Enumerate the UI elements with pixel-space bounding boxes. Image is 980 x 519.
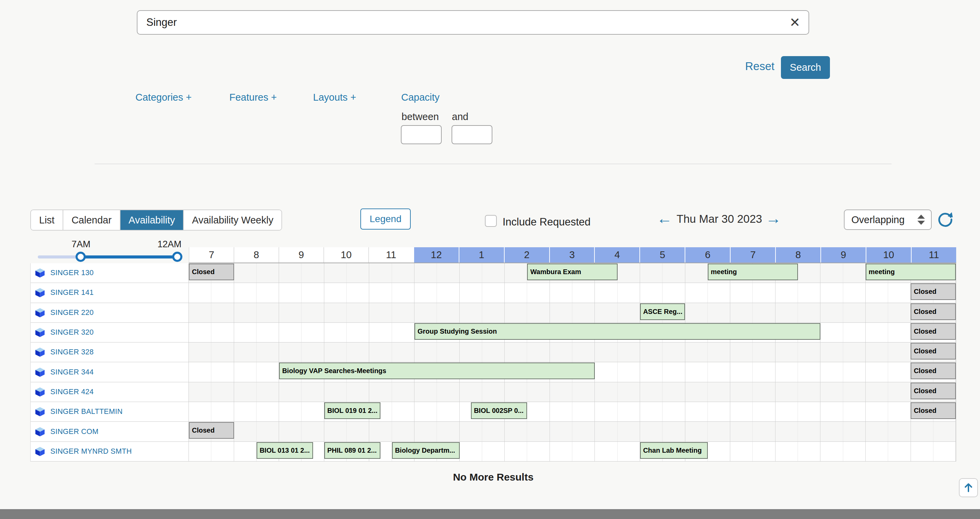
- time-cell: [595, 382, 617, 402]
- time-cell: [821, 382, 843, 402]
- room-name-link[interactable]: SINGER 141: [50, 289, 94, 297]
- time-cell: [617, 283, 640, 302]
- room-label-cell: SINGER 220: [30, 303, 189, 322]
- event-chip[interactable]: Chan Lab Meeting: [640, 442, 708, 459]
- room-name-link[interactable]: SINGER 220: [50, 308, 94, 317]
- event-chip[interactable]: Group Studying Session: [414, 323, 821, 340]
- time-cell: [460, 343, 482, 362]
- time-cell: [685, 382, 708, 402]
- time-cell: [527, 402, 550, 421]
- categories-filter-link[interactable]: Categories +: [135, 92, 192, 103]
- scroll-to-top-button[interactable]: [959, 478, 978, 497]
- availability-cells[interactable]: Closed: [189, 422, 956, 441]
- time-cell: [550, 442, 572, 461]
- room-name-link[interactable]: SINGER BALTTEMIN: [50, 408, 123, 416]
- time-cell: [527, 382, 550, 402]
- room-name-link[interactable]: SINGER 328: [50, 348, 94, 356]
- time-cell: [504, 283, 527, 302]
- event-chip[interactable]: ASCE Reg...: [640, 303, 685, 320]
- event-chip[interactable]: Biology VAP Searches-Meetings: [279, 363, 595, 379]
- search-bar: ✕: [137, 10, 809, 35]
- tab-availability-weekly[interactable]: Availability Weekly: [184, 210, 282, 230]
- time-cell: [888, 283, 911, 302]
- time-cell: [888, 362, 911, 382]
- time-cell: [527, 303, 550, 322]
- event-chip[interactable]: BIOL 019 01 2...: [324, 402, 381, 419]
- closed-chip: Closed: [911, 303, 956, 320]
- time-cell: [482, 283, 504, 302]
- availability-cells[interactable]: Closed: [189, 283, 956, 302]
- time-cell: [865, 303, 888, 322]
- time-cell: [437, 283, 460, 302]
- time-cell: [933, 442, 956, 461]
- tab-list[interactable]: List: [31, 210, 63, 230]
- time-cell: [392, 343, 414, 362]
- event-chip[interactable]: Wambura Exam: [527, 263, 617, 280]
- availability-cells[interactable]: ClosedWambura Exammeetingmeeting: [189, 263, 956, 283]
- room-label-cell: SINGER 344: [30, 362, 189, 382]
- event-chip[interactable]: meeting: [708, 263, 798, 280]
- clear-search-icon[interactable]: ✕: [787, 14, 803, 31]
- tab-calendar[interactable]: Calendar: [63, 210, 121, 230]
- room-name-link[interactable]: SINGER 130: [50, 269, 94, 277]
- search-input[interactable]: [137, 10, 809, 35]
- include-requested-checkbox[interactable]: [485, 215, 497, 227]
- time-cell: [550, 343, 572, 362]
- reset-link[interactable]: Reset: [732, 60, 775, 73]
- time-cell: [437, 422, 460, 441]
- search-button[interactable]: Search: [781, 56, 830, 79]
- time-cell: [640, 402, 662, 421]
- event-chip[interactable]: BIOL 002SP 0...: [471, 402, 527, 419]
- time-cell: [685, 303, 708, 322]
- event-chip[interactable]: meeting: [865, 263, 956, 280]
- time-cell: [775, 382, 798, 402]
- slider-end-handle[interactable]: [172, 252, 182, 262]
- time-cell: [708, 402, 730, 421]
- time-cell: [617, 442, 640, 461]
- time-cell: [798, 263, 821, 283]
- time-cell: [347, 382, 369, 402]
- availability-cells[interactable]: Group Studying SessionClosed: [189, 323, 956, 342]
- capacity-max-input[interactable]: [452, 125, 492, 144]
- time-cell: [775, 402, 798, 421]
- time-cell: [189, 382, 211, 402]
- legend-button[interactable]: Legend: [360, 208, 411, 230]
- hour-header-cell: 11: [911, 247, 956, 263]
- room-name-link[interactable]: SINGER MYNRD SMTH: [50, 447, 132, 456]
- time-cell: [211, 283, 234, 302]
- features-filter-link[interactable]: Features +: [229, 92, 277, 103]
- table-row: SINGER 424Closed: [30, 382, 956, 402]
- room-cube-icon: [35, 268, 45, 278]
- availability-cells[interactable]: Closed: [189, 382, 956, 402]
- tab-availability[interactable]: Availability: [121, 210, 184, 230]
- time-cell: [550, 283, 572, 302]
- previous-day-arrow-icon[interactable]: ←: [657, 208, 672, 229]
- availability-cells[interactable]: Biology VAP Searches-MeetingsClosed: [189, 362, 956, 382]
- availability-cells[interactable]: BIOL 013 01 2...PHIL 089 01 2...Biology …: [189, 442, 956, 461]
- time-cell: [730, 283, 753, 302]
- hour-header-cell: 12: [414, 247, 459, 263]
- time-cell: [821, 343, 843, 362]
- event-chip[interactable]: BIOL 013 01 2...: [256, 442, 313, 459]
- time-cell: [437, 402, 460, 421]
- room-name-link[interactable]: SINGER 320: [50, 328, 94, 337]
- time-cell: [662, 362, 685, 382]
- event-chip[interactable]: PHIL 089 01 2...: [324, 442, 381, 459]
- layouts-filter-link[interactable]: Layouts +: [313, 92, 356, 103]
- capacity-min-input[interactable]: [401, 125, 442, 144]
- event-chip[interactable]: Biology Departm...: [392, 442, 460, 459]
- room-name-link[interactable]: SINGER COM: [50, 427, 99, 436]
- overlapping-select[interactable]: Overlapping: [844, 210, 932, 230]
- availability-cells[interactable]: BIOL 019 01 2...BIOL 002SP 0...Closed: [189, 402, 956, 421]
- availability-cells[interactable]: ASCE Reg...Closed: [189, 303, 956, 322]
- time-cell: [504, 263, 527, 283]
- next-day-arrow-icon[interactable]: →: [765, 208, 781, 229]
- availability-cells[interactable]: Closed: [189, 343, 956, 362]
- closed-chip: Closed: [911, 402, 956, 419]
- room-name-link[interactable]: SINGER 344: [50, 368, 94, 376]
- time-cell: [550, 422, 572, 441]
- slider-start-handle[interactable]: [76, 252, 86, 262]
- refresh-icon[interactable]: [937, 211, 954, 229]
- room-name-link[interactable]: SINGER 424: [50, 388, 94, 396]
- capacity-filter-link[interactable]: Capacity: [401, 92, 440, 103]
